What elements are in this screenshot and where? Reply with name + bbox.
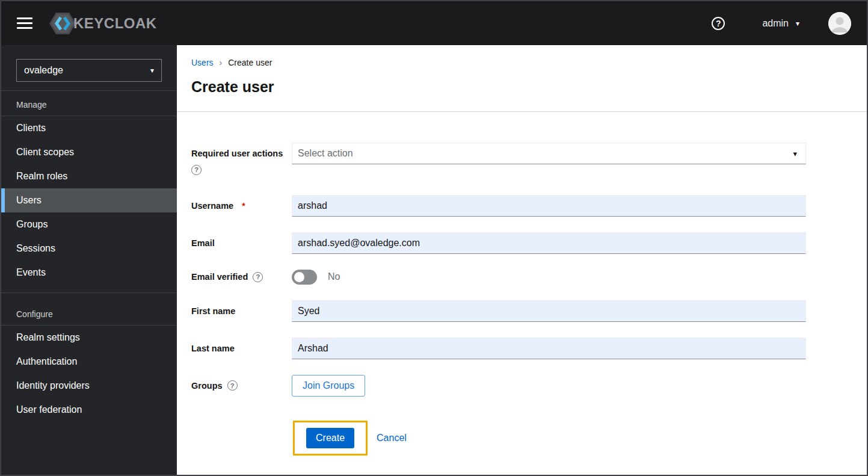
sidebar-item-client-scopes[interactable]: Client scopes [1, 140, 177, 164]
form-row-first-name: First name [191, 300, 867, 322]
sidebar-item-sessions[interactable]: Sessions [1, 236, 177, 261]
breadcrumb-link-users[interactable]: Users [191, 58, 214, 67]
form-row-email-verified: Email verified? No [191, 270, 867, 285]
form-row-email: Email [191, 232, 867, 254]
sidebar-nav: ovaledge ▾ Manage Clients Client scopes … [1, 45, 177, 475]
keycloak-hexagon-icon [49, 11, 76, 36]
form-row-required-actions: Required user actions ? Select action ▾ [191, 143, 867, 175]
join-groups-button[interactable]: Join Groups [292, 375, 365, 397]
username-label: Username* [191, 201, 245, 211]
label-col: Required user actions ? [191, 143, 292, 175]
required-actions-help-icon[interactable]: ? [191, 165, 202, 175]
label-col: Username* [191, 195, 292, 217]
caret-down-icon: ▾ [796, 20, 799, 27]
help-icon[interactable]: ? [712, 17, 725, 30]
user-dropdown[interactable]: admin ▾ [762, 18, 799, 29]
page-header: Users › Create user Create user [177, 45, 867, 112]
realm-selector-value: ovaledge [24, 65, 143, 76]
form-actions: Create Cancel [293, 421, 867, 456]
sidebar-item-realm-roles[interactable]: Realm roles [1, 164, 177, 188]
create-button[interactable]: Create [306, 428, 354, 448]
nav-section-manage: Manage [1, 90, 177, 116]
email-verified-toggle[interactable] [292, 270, 317, 285]
toggle-knob [294, 272, 304, 282]
breadcrumb-current: Create user [228, 58, 272, 67]
topbar-actions: ? admin ▾ [712, 12, 851, 35]
sidebar-item-groups[interactable]: Groups [1, 212, 177, 236]
brand-text: KEYCLOAK [73, 15, 157, 32]
email-verified-help-icon[interactable]: ? [253, 272, 263, 282]
avatar-icon [828, 12, 851, 35]
avatar[interactable] [828, 12, 851, 35]
hamburger-menu-icon[interactable] [17, 17, 32, 29]
highlight-annotation: Create [293, 421, 368, 456]
email-label: Email [191, 238, 215, 248]
form-row-groups: Groups? Join Groups [191, 375, 867, 397]
label-col: Groups? [191, 375, 292, 397]
sidebar-item-clients[interactable]: Clients [1, 116, 177, 140]
sidebar-item-users[interactable]: Users [1, 188, 177, 212]
first-name-label: First name [191, 306, 235, 316]
label-col: First name [191, 300, 292, 322]
select-caret-icon: ▾ [793, 149, 797, 158]
label-col: Last name [191, 338, 292, 359]
sidebar-item-events[interactable]: Events [1, 261, 177, 285]
sidebar-item-user-federation[interactable]: User federation [1, 398, 177, 422]
sidebar-item-authentication[interactable]: Authentication [1, 350, 177, 374]
nav-section-configure: Configure [1, 292, 177, 326]
email-verified-state: No [328, 271, 340, 282]
email-verified-label: Email verified? [191, 272, 263, 282]
first-name-field[interactable] [292, 300, 806, 322]
breadcrumb-separator-icon: › [220, 58, 223, 67]
main-content: Users › Create user Create user Required… [177, 45, 867, 475]
required-actions-select[interactable]: Select action ▾ [292, 143, 806, 164]
top-navigation-bar: KEYCLOAK ? admin ▾ [1, 1, 867, 45]
keycloak-logo: KEYCLOAK [49, 11, 157, 36]
sidebar-item-identity-providers[interactable]: Identity providers [1, 374, 177, 398]
form-row-username: Username* [191, 195, 867, 217]
groups-help-icon[interactable]: ? [227, 380, 238, 391]
caret-down-icon: ▾ [150, 67, 154, 74]
user-dropdown-label: admin [762, 18, 789, 29]
last-name-field[interactable] [292, 338, 806, 359]
label-col: Email [191, 232, 292, 254]
email-field[interactable] [292, 232, 806, 254]
required-actions-label: Required user actions [191, 149, 283, 158]
required-actions-select-placeholder: Select action [298, 148, 353, 159]
breadcrumb: Users › Create user [191, 58, 852, 67]
label-col: Email verified? [191, 271, 292, 282]
cancel-button[interactable]: Cancel [377, 433, 407, 444]
required-indicator: * [242, 201, 245, 211]
create-user-form: Required user actions ? Select action ▾ [177, 112, 867, 456]
keycloak-admin-console: KEYCLOAK ? admin ▾ ovaledge ▾ [0, 0, 868, 476]
form-row-last-name: Last name [191, 338, 867, 359]
sidebar-item-realm-settings[interactable]: Realm settings [1, 326, 177, 350]
username-field[interactable] [292, 195, 806, 217]
control-col: Select action ▾ [292, 143, 806, 175]
page-title: Create user [191, 78, 852, 111]
groups-label: Groups? [191, 380, 238, 391]
realm-selector[interactable]: ovaledge ▾ [16, 59, 162, 82]
last-name-label: Last name [191, 344, 235, 353]
